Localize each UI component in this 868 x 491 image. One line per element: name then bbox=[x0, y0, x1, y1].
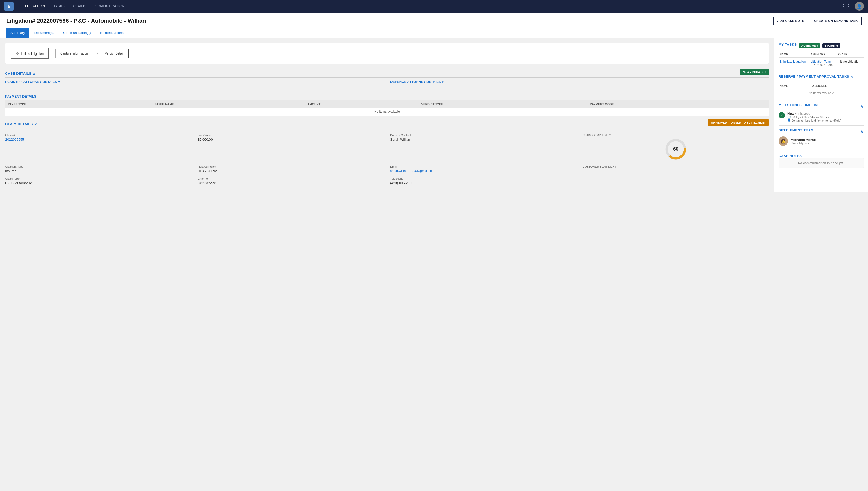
milestone-duration: 🕐 50days 22hrs 14mins 37secs bbox=[787, 116, 841, 119]
settlement-team-section: SETTLEMENT TEAM ∨ 👩 Michaela Morari Clai… bbox=[779, 128, 864, 148]
plaintiff-attorney-col: PLAINTIFF ATTORNEY DETAILS ∨ bbox=[5, 80, 384, 88]
reserve-tasks-title: RESERVE / PAYMENT APPROVAL TASKS bbox=[779, 75, 849, 79]
tab-documents[interactable]: Document(s) bbox=[30, 28, 58, 38]
workflow-step-verdict[interactable]: Verdict Detail bbox=[100, 49, 128, 58]
payment-empty-row: No items available bbox=[5, 108, 769, 116]
claim-type-field: Claim Type P&C - Automobile bbox=[5, 177, 191, 185]
claim-details-header[interactable]: CLAIM DETAILS ∨ bbox=[5, 119, 37, 128]
add-case-note-button[interactable]: ADD CASE NOTE bbox=[773, 17, 808, 25]
nav-configuration[interactable]: CONFIGURATION bbox=[94, 1, 126, 12]
settlement-team-title: SETTLEMENT TEAM bbox=[779, 128, 814, 132]
milestones-header[interactable]: MILESTONES TIMELINE ∨ bbox=[779, 103, 864, 109]
milestones-title: MILESTONES TIMELINE bbox=[779, 103, 820, 107]
telephone-field: Telephone (423) 005-2000 bbox=[390, 177, 576, 185]
settlement-team-expand-icon[interactable]: ∨ bbox=[861, 128, 864, 134]
page-header: Litigation# 2022007586 - P&C - Automobil… bbox=[0, 12, 868, 38]
channel-field: Channel Self-Service bbox=[198, 177, 384, 185]
col-payment-mode: PAYMENT MODE bbox=[587, 100, 769, 108]
claim-number-field: Claim # 2022005555 bbox=[5, 134, 191, 161]
spinner-icon: ✤ bbox=[16, 51, 19, 56]
nav-claims[interactable]: CLAIMS bbox=[72, 1, 87, 12]
tasks-col-name: NAME bbox=[779, 51, 810, 58]
case-details-section: CASE DETAILS ∧ NEW - INITIATED bbox=[5, 68, 769, 78]
reserve-tasks-info-icon[interactable]: ? bbox=[851, 76, 853, 80]
defence-chevron-icon: ∨ bbox=[442, 80, 444, 84]
tab-related-actions[interactable]: Related Actions bbox=[96, 28, 128, 38]
col-verdict-type: VERDICT TYPE bbox=[419, 100, 587, 108]
milestone-check-icon: ✓ bbox=[779, 112, 785, 118]
svg-text:60: 60 bbox=[673, 146, 678, 151]
telephone-value: (423) 005-2000 bbox=[390, 181, 576, 185]
claim-number-value[interactable]: 2022005555 bbox=[5, 138, 191, 141]
case-notes-section: CASE NOTES No communication is done yet. bbox=[779, 154, 864, 168]
tasks-col-assignee: ASSIGNEE bbox=[810, 51, 836, 58]
milestone-user: 👤 Johanne Handfield (johanne.handfield) bbox=[787, 119, 841, 122]
email-field: Email sarah.willian.11990@gmail.com bbox=[390, 165, 576, 173]
col-payee-type: PAYEE TYPE bbox=[5, 100, 152, 108]
claim-details-section: CLAIM DETAILS ∨ APPROVED - PASSED TO SET… bbox=[5, 119, 769, 188]
loss-value-field: Loss Value $5,000.00 bbox=[198, 134, 384, 161]
team-member-role: Claim Adjuster bbox=[790, 142, 816, 145]
left-panel: ✤ Initiate Litigation → Capture Informat… bbox=[0, 38, 774, 192]
defence-attorney-header[interactable]: DEFENCE ATTORNEY DETAILS ∨ bbox=[390, 80, 769, 84]
tasks-col-phase: PHASE bbox=[836, 51, 864, 58]
my-tasks-section: MY TASKS 0 Completed 4 Pending bbox=[779, 42, 864, 49]
settlement-team-header[interactable]: SETTLEMENT TEAM ∨ bbox=[779, 128, 864, 134]
col-payee-name: PAYEE NAME bbox=[152, 100, 305, 108]
reserve-tasks-table: NAME ASSIGNEE No items available bbox=[779, 83, 864, 97]
claim-grid: Claim # 2022005555 Loss Value $5,000.00 … bbox=[5, 131, 769, 188]
task-name[interactable]: 1. Initiate Litigation bbox=[779, 58, 810, 69]
nav-litigation[interactable]: LITIGATION bbox=[24, 1, 46, 12]
complexity-donut: 60 bbox=[583, 138, 769, 161]
task-date: 04/07/2022 15:10 bbox=[811, 63, 835, 66]
task-phase: Initiate Litigation bbox=[836, 58, 864, 69]
case-notes-empty: No communication is done yet. bbox=[779, 158, 864, 168]
grid-icon[interactable]: ⋮⋮⋮ bbox=[837, 3, 851, 9]
top-navigation: a LITIGATION TASKS CLAIMS CONFIGURATION … bbox=[0, 0, 868, 12]
nav-tasks[interactable]: TASKS bbox=[52, 1, 66, 12]
case-details-header[interactable]: CASE DETAILS ∧ bbox=[5, 68, 35, 78]
complexity-chart: 60 bbox=[664, 138, 688, 161]
empty-field bbox=[583, 177, 769, 185]
reserve-col-assignee: ASSIGNEE bbox=[811, 83, 864, 89]
reserve-tasks-section: RESERVE / PAYMENT APPROVAL TASKS ? NAME … bbox=[779, 75, 864, 97]
milestones-expand-icon[interactable]: ∨ bbox=[861, 103, 864, 109]
claim-type-value: P&C - Automobile bbox=[5, 181, 191, 185]
payment-details-title: PAYMENT DETAILS bbox=[5, 92, 769, 100]
payment-table: PAYEE TYPE PAYEE NAME AMOUNT VERDICT TYP… bbox=[5, 100, 769, 116]
defence-attorney-col: DEFENCE ATTORNEY DETAILS ∨ bbox=[390, 80, 769, 88]
milestones-section: MILESTONES TIMELINE ∨ ✓ New - Initiated … bbox=[779, 103, 864, 122]
milestone-name: New - Initiated bbox=[787, 112, 841, 116]
workflow-arrow-1: → bbox=[49, 51, 55, 56]
loss-value: $5,000.00 bbox=[198, 138, 384, 141]
logo[interactable]: a bbox=[4, 2, 16, 11]
claim-details-chevron-icon: ∨ bbox=[34, 122, 37, 126]
user-icon: 👤 bbox=[787, 119, 791, 122]
workflow-step-initiate[interactable]: ✤ Initiate Litigation bbox=[11, 48, 49, 59]
user-avatar[interactable]: 👤 bbox=[855, 2, 864, 11]
workflow-arrow-2: → bbox=[93, 51, 100, 56]
main-content: ✤ Initiate Litigation → Capture Informat… bbox=[0, 38, 868, 192]
my-tasks-table: NAME ASSIGNEE PHASE 1. Initiate Litigati… bbox=[779, 51, 864, 68]
channel-value: Self-Service bbox=[198, 181, 384, 185]
appian-logo-icon: a bbox=[4, 2, 13, 11]
milestone-item: ✓ New - Initiated 🕐 50days 22hrs 14mins … bbox=[779, 112, 864, 122]
task-assignee[interactable]: Litigation Team bbox=[811, 60, 835, 63]
workflow-step-capture[interactable]: Capture Information bbox=[55, 49, 93, 58]
plaintiff-attorney-header[interactable]: PLAINTIFF ATTORNEY DETAILS ∨ bbox=[5, 80, 384, 84]
col-amount: AMOUNT bbox=[305, 100, 419, 108]
attorney-row: PLAINTIFF ATTORNEY DETAILS ∨ DEFENCE ATT… bbox=[5, 80, 769, 88]
nav-right: ⋮⋮⋮ 👤 bbox=[837, 2, 864, 11]
team-member-name: Michaela Morari bbox=[790, 138, 816, 142]
email-value[interactable]: sarah.willian.11990@gmail.com bbox=[390, 169, 576, 173]
reserve-empty-row: No items available bbox=[779, 89, 864, 97]
header-buttons: ADD CASE NOTE CREATE ON-DEMAND TASK bbox=[773, 17, 862, 25]
primary-contact-field: Primary Contact Sarah Willian bbox=[390, 134, 576, 161]
right-panel: MY TASKS 0 Completed 4 Pending NAME ASSI… bbox=[774, 38, 868, 192]
status-badge-settlement: APPROVED - PASSED TO SETTLEMENT bbox=[708, 119, 769, 126]
related-policy-value: 01-472-6092 bbox=[198, 169, 384, 173]
tab-summary[interactable]: Summary bbox=[6, 28, 29, 38]
tab-communications[interactable]: Communication(s) bbox=[59, 28, 95, 38]
pending-badge: 4 Pending bbox=[822, 43, 840, 48]
create-on-demand-task-button[interactable]: CREATE ON-DEMAND TASK bbox=[810, 17, 862, 25]
